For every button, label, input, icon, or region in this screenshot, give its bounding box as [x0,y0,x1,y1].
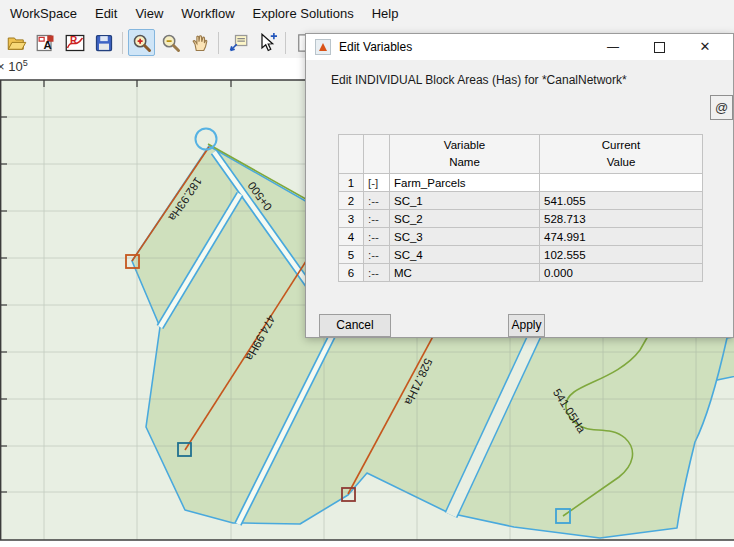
svg-text:A: A [43,39,51,51]
table-row: 4 :-- SC_3 474.991 [339,228,703,246]
zoom-out-icon[interactable] [157,29,184,56]
axis-multiplier: × 105 [0,58,28,74]
select-add-icon[interactable] [253,29,280,56]
edit-labels-icon[interactable]: A [32,29,59,56]
save-icon[interactable] [90,29,117,56]
value-cell[interactable]: 541.055 [540,192,703,210]
menu-help[interactable]: Help [363,0,408,27]
value-cell[interactable]: 0.000 [540,264,703,282]
toolbar-separator [218,32,219,54]
header-index [339,135,364,174]
table-header-row: Variable Name Current Value [339,135,703,174]
tree-branch: :-- [364,228,390,246]
header-tree [364,135,390,174]
menu-explore-solutions[interactable]: Explore Solutions [244,0,363,27]
add-annotation-icon[interactable] [224,29,251,56]
value-cell[interactable]: 528.713 [540,210,703,228]
edit-variables-dialog: Edit Variables — ✕ Edit INDIVIDUAL Block… [305,33,734,338]
menu-workflow[interactable]: Workflow [172,0,243,27]
table-row: 6 :-- MC 0.000 [339,264,703,282]
menu-workspace[interactable]: WorkSpace [1,0,86,27]
header-variable-name: Variable Name [390,135,540,174]
menu-bar: WorkSpace Edit View Workflow Explore Sol… [0,0,734,27]
pan-hand-icon[interactable] [186,29,213,56]
dialog-title: Edit Variables [339,40,412,54]
zoom-in-icon[interactable] [128,29,155,56]
variable-name-cell[interactable]: MC [390,264,540,282]
maximize-button[interactable] [646,37,672,57]
at-button[interactable]: @ [710,95,733,120]
value-cell[interactable]: 474.991 [540,228,703,246]
results-plot-icon[interactable]: R [61,29,88,56]
variables-table: Variable Name Current Value 1 [-] Farm_P… [338,134,703,282]
tree-toggle[interactable]: [-] [364,174,390,192]
tree-branch: :-- [364,264,390,282]
variable-name-cell[interactable]: SC_3 [390,228,540,246]
variable-name-cell[interactable]: SC_1 [390,192,540,210]
table-row: 1 [-] Farm_Parcels [339,174,703,192]
matlab-app-icon [315,39,331,55]
apply-button[interactable]: Apply [508,314,545,337]
header-current-value: Current Value [540,135,703,174]
toolbar-separator [285,32,286,54]
open-file-icon[interactable] [3,29,30,56]
dialog-heading: Edit INDIVIDUAL Block Areas (Has) for *C… [331,73,627,87]
menu-view[interactable]: View [126,0,172,27]
tree-branch: :-- [364,192,390,210]
table-row: 3 :-- SC_2 528.713 [339,210,703,228]
application-window: WorkSpace Edit View Workflow Explore Sol… [0,0,734,547]
close-button[interactable]: ✕ [692,37,718,57]
minimize-button[interactable]: — [600,37,626,57]
value-cell[interactable]: 102.555 [540,246,703,264]
table-row: 5 :-- SC_4 102.555 [339,246,703,264]
dialog-titlebar[interactable]: Edit Variables — ✕ [306,34,733,60]
variable-name-cell[interactable]: SC_2 [390,210,540,228]
toolbar-separator [122,32,123,54]
variable-name-cell[interactable]: Farm_Parcels [390,174,540,192]
tree-branch: :-- [364,210,390,228]
value-cell[interactable] [540,174,703,192]
cancel-button[interactable]: Cancel [319,314,391,337]
tree-branch: :-- [364,246,390,264]
variable-name-cell[interactable]: SC_4 [390,246,540,264]
menu-edit[interactable]: Edit [86,0,126,27]
svg-text:R: R [70,35,78,46]
table-row: 2 :-- SC_1 541.055 [339,192,703,210]
